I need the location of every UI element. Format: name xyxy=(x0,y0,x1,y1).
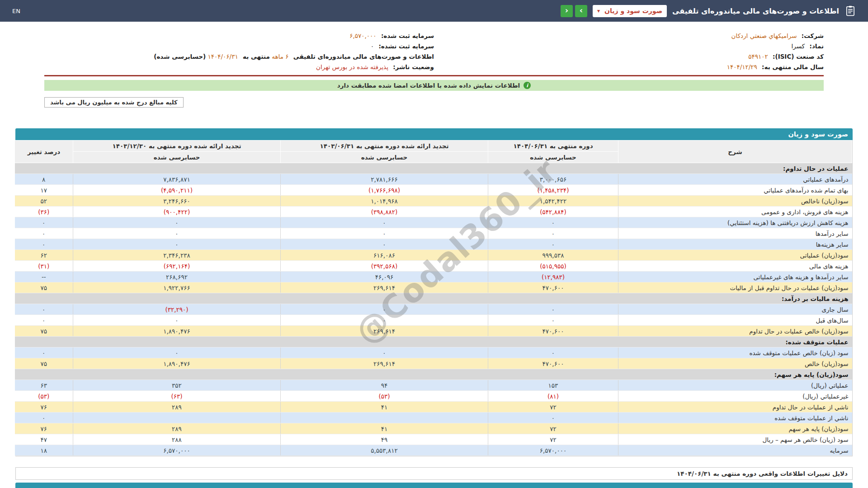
row-label: هزینه کاهش ارزش دریافتنی ها (هزینه استثن… xyxy=(618,217,852,228)
value-cell: ۱,۹۲۲,۷۶۶ xyxy=(73,282,281,293)
table-row: سود(زیان) پایه هر سهم۷۲۴۱۲۸۹۷۶ xyxy=(15,423,852,434)
info-row-symbol: نماد: کسرا سرمایه ثبت نشده: ۰ xyxy=(44,41,824,52)
row-label: سایر درآمدها xyxy=(618,228,852,239)
change-pct-cell: ۷۵ xyxy=(15,282,73,293)
value-cell: ۰ xyxy=(281,217,488,228)
section-label: هزینه مالیات بر درآمد: xyxy=(15,293,852,304)
issuer-status-value: پذیرفته شده در بورس تهران xyxy=(316,63,388,70)
row-label: بهای تمام شده درآمدهای عملیاتي xyxy=(618,185,852,196)
section-label: عملیات در حال تداوم: xyxy=(15,163,852,174)
row-label: عملیاتي (ریال) xyxy=(618,380,852,391)
table-row: عملیاتي (ریال)۱۵۳۹۴۳۵۲۶۳ xyxy=(15,380,852,391)
row-label: سود(زیان) ناخالص xyxy=(618,196,852,206)
change-pct-cell: ۰ xyxy=(15,217,73,228)
report-clipboard-icon xyxy=(844,5,856,17)
income-statement-table: شرح دوره منتهی به ۱۴۰۴/۰۶/۳۱ تجدید ارائه… xyxy=(14,140,852,456)
page-title: اطلاعات و صورت‌های مالی میاندوره‌ای تلفی… xyxy=(672,7,839,15)
table-row: سود(زیان) خالص۴۷۰,۶۰۰۲۶۹,۶۱۴۱,۸۹۰,۴۷۶۷۵ xyxy=(15,358,852,369)
table-row: سود(زیان) خالص عملیات در حال تداوم۴۷۰,۶۰… xyxy=(15,326,852,337)
signature-match-banner: i اطلاعات نمایش داده شده با اطلاعات امضا… xyxy=(44,80,824,91)
signature-match-text: اطلاعات نمایش داده شده با اطلاعات امضا ش… xyxy=(337,82,520,89)
info-icon: i xyxy=(524,82,531,89)
value-cell: ۱,۵۴۲,۴۲۲ xyxy=(488,196,618,206)
symbol-value: کسرا xyxy=(792,42,805,50)
company-label: شرکت: xyxy=(802,32,824,39)
change-pct-cell: ۶۲ xyxy=(15,250,73,261)
value-cell: ۲,۷۸۱,۶۶۶ xyxy=(281,174,488,185)
change-pct-cell: ۱۷ xyxy=(15,185,73,196)
audited-label: حسابرسی شده xyxy=(488,152,618,163)
change-pct-cell: ۰ xyxy=(15,413,73,423)
value-cell: ۲۶۹,۶۱۴ xyxy=(281,326,488,337)
value-cell: ۰ xyxy=(488,217,618,228)
report-line-middle: منتهی به xyxy=(243,53,270,60)
value-cell: ۰ xyxy=(281,228,488,239)
units-note: کلیه مبالغ درج شده به میلیون ریال می باش… xyxy=(44,97,184,108)
row-label: سال جاری xyxy=(618,304,852,315)
value-cell: ۰ xyxy=(488,347,618,358)
value-cell: ۴۷۰,۶۰۰ xyxy=(488,282,618,293)
unregistered-capital-label: سرمایه ثبت نشده: xyxy=(378,42,434,50)
value-cell: ۳۵۲ xyxy=(73,380,281,391)
value-cell xyxy=(281,413,488,423)
info-row-isic: کد صنعت (ISIC): ۵۴۹۱۰۲ اطلاعات و صورت‌ها… xyxy=(44,52,824,62)
report-nav-arrows: › ‹ xyxy=(561,5,587,17)
change-pct-cell: ۸ xyxy=(15,174,73,185)
change-reasons-header: دلایل تغییرات اطلاعات واقعی دوره منتهی ب… xyxy=(15,467,853,480)
column-header-period-restated-mid: تجدید ارائه شده دوره منتهی به ۱۴۰۳/۰۶/۳۱ xyxy=(281,141,488,152)
value-cell: ۱,۸۹۰,۴۷۶ xyxy=(73,358,281,369)
language-toggle[interactable]: EN xyxy=(12,8,20,14)
value-cell: ۷,۸۳۶,۸۷۱ xyxy=(73,174,281,185)
value-cell: ۲۶۹,۶۱۴ xyxy=(281,282,488,293)
company-value: سرامیکهاي صنعتي اردکان xyxy=(731,32,797,39)
row-label: سود (زیان) خالص هر سهم – ریال xyxy=(618,434,852,445)
row-label: سود(زیان) خالص عملیات در حال تداوم xyxy=(618,326,852,337)
row-label: سال‌های قبل xyxy=(618,315,852,326)
row-label: سود(زیان) خالص xyxy=(618,358,852,369)
nav-forward-button[interactable]: › xyxy=(575,5,587,17)
row-label: سود(زیان) عملیاتی xyxy=(618,250,852,261)
nav-back-button[interactable]: ‹ xyxy=(561,5,573,17)
row-label: ناشي از عملیات در حال تداوم xyxy=(618,402,852,413)
value-cell: ۲۸۹ xyxy=(73,402,281,413)
report-select-value: صورت سود و زیان xyxy=(604,7,662,14)
chevron-down-icon: ▾ xyxy=(597,8,600,14)
audited-label: حسابرسی شده xyxy=(281,152,488,163)
row-label: سرمایه xyxy=(618,445,852,456)
value-cell: ۳,۰۰۰,۶۵۶ xyxy=(488,174,618,185)
issuer-status-label: وضعیت ناشر: xyxy=(393,63,434,70)
change-pct-cell: ۵۲ xyxy=(15,196,73,206)
fiscal-year-label: سال مالی منتهی به: xyxy=(762,63,824,70)
value-cell: (۱,۷۶۶,۶۹۸) xyxy=(281,185,488,196)
audited-label: حسابرسی شده xyxy=(73,152,281,163)
table-row: سایر درآمدها۰۰۰۰ xyxy=(15,228,852,239)
section-label: سود(زیان) پایه هر سهم: xyxy=(15,369,852,380)
change-pct-cell: ۶۳ xyxy=(15,380,73,391)
value-cell: ۲,۳۴۶,۲۳۸ xyxy=(73,250,281,261)
change-pct-cell: ۰ xyxy=(15,347,73,358)
row-label: سایر درآمدها و هزینه های غیرعملیاتی xyxy=(618,272,852,282)
row-label: غیرعملیاتي (ریال) xyxy=(618,391,852,402)
change-pct-cell: -- xyxy=(15,272,73,282)
registered-capital-label: سرمایه ثبت شده: xyxy=(381,32,434,39)
value-cell: ۰ xyxy=(488,413,618,423)
info-row-fiscal: سال مالی منتهی به: ۱۴۰۴/۱۲/۲۹ وضعیت ناشر… xyxy=(44,62,824,72)
value-cell: (۳۲,۲۹۰) xyxy=(73,304,281,315)
value-cell: ۲۶۹,۶۱۴ xyxy=(281,358,488,369)
table-row: ناشي از عملیات متوقف شده۰۰ xyxy=(15,413,852,423)
table-row: هزینه های مالی(۵۱۵,۹۵۵)(۳۹۲,۵۶۸)(۶۹۲,۱۶۴… xyxy=(15,261,852,272)
value-cell: ۴۱ xyxy=(281,402,488,413)
value-cell: (۸۱) xyxy=(488,391,618,402)
table-row: سود (زیان) خالص هر سهم – ریال۷۲۴۹۲۸۸۴۷ xyxy=(15,434,852,445)
row-label: درآمدهای عملیاتي xyxy=(618,174,852,185)
change-pct-cell: ۰ xyxy=(15,228,73,239)
value-cell: ۴۱ xyxy=(281,423,488,434)
change-pct-cell: ۷۶ xyxy=(15,402,73,413)
report-line-suffix: (حسابرسی شده) xyxy=(154,53,206,60)
value-cell: ۰ xyxy=(281,239,488,250)
report-type-select[interactable]: صورت سود و زیان ▾ xyxy=(593,5,667,17)
value-cell: ۱,۰۱۴,۹۶۸ xyxy=(281,196,488,206)
value-cell: ۶,۵۷۰,۰۰۰ xyxy=(73,445,281,456)
value-cell: ۰ xyxy=(281,315,488,326)
table-row: سرمایه۶,۵۷۰,۰۰۰۵,۵۵۳,۸۱۲۶,۵۷۰,۰۰۰۱۸ xyxy=(15,445,852,456)
